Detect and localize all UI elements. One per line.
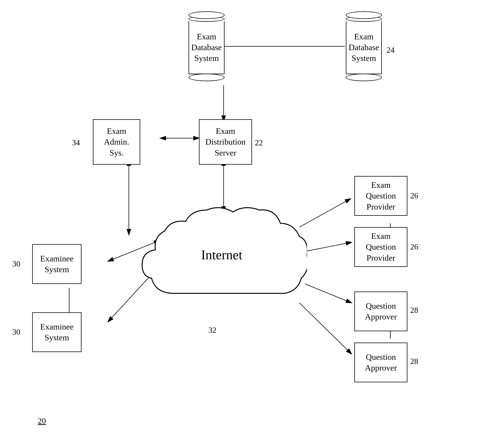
exam-admin-sys: Exam Admin. Sys.	[93, 119, 140, 165]
figure-label-20: 20	[38, 416, 46, 425]
label-24: 24	[387, 45, 395, 55]
exam-db-1-label: Exam Database System	[189, 29, 224, 66]
examinee-2-label: Examinee System	[40, 321, 74, 343]
diagram: Exam Database System Exam Database Syste…	[0, 0, 487, 448]
exam-distribution-server: Exam Distribution Server	[199, 119, 252, 165]
qa-1-label: Question Approver	[365, 301, 397, 322]
qa-2-label: Question Approver	[365, 352, 397, 373]
svg-line-13	[305, 284, 352, 303]
exam-question-provider-2: Exam Question Provider	[354, 227, 407, 267]
svg-line-14	[299, 303, 352, 354]
label-32: 32	[208, 326, 216, 335]
question-approver-2: Question Approver	[354, 343, 407, 382]
label-30-1: 30	[12, 259, 20, 268]
label-28-1: 28	[410, 306, 418, 315]
exam-qp-2-label: Exam Question Provider	[366, 231, 396, 263]
label-26-1: 26	[410, 191, 418, 200]
examinee-system-1: Examinee System	[32, 244, 82, 284]
label-22: 22	[255, 138, 263, 147]
exam-dist-label: Exam Distribution Server	[206, 126, 246, 158]
label-30-2: 30	[12, 328, 20, 336]
exam-db-system-2: Exam Database System	[345, 11, 383, 81]
svg-text:Internet: Internet	[201, 248, 242, 262]
label-26-2: 26	[410, 242, 418, 251]
examinee-1-label: Examinee System	[40, 253, 74, 275]
svg-line-10	[299, 199, 351, 227]
exam-admin-label: Exam Admin. Sys.	[104, 126, 129, 158]
examinee-system-2: Examinee System	[32, 312, 82, 352]
exam-qp-1-label: Exam Question Provider	[366, 180, 396, 212]
label-28-2: 28	[410, 357, 418, 366]
question-approver-1: Question Approver	[354, 291, 407, 331]
label-34: 34	[72, 138, 80, 147]
svg-line-11	[303, 242, 352, 252]
exam-db-system-1: Exam Database System	[188, 11, 225, 81]
internet-cloud: Internet	[136, 199, 307, 322]
exam-question-provider-1: Exam Question Provider	[354, 176, 407, 216]
exam-db-2-label: Exam Database System	[347, 29, 381, 66]
